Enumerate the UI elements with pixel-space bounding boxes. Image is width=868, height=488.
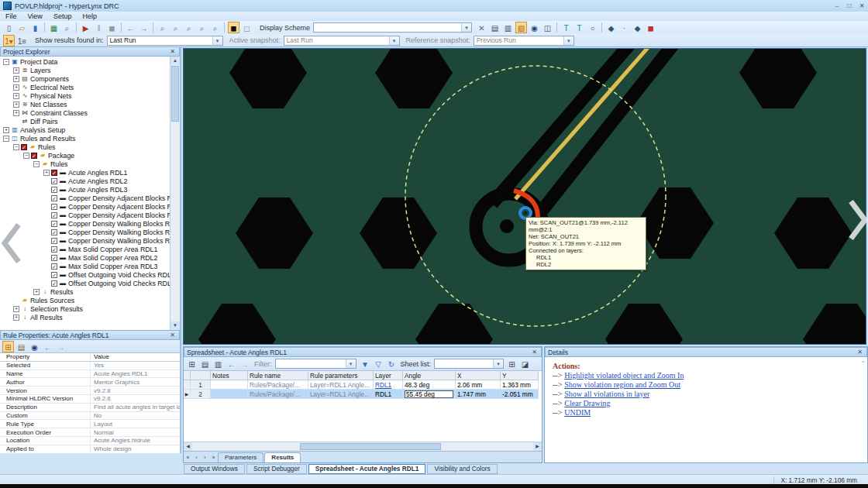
- expander-icon[interactable]: −: [3, 59, 9, 65]
- property-row[interactable]: DescriptionFind all acute angles in targ…: [0, 404, 180, 412]
- red-stop-icon[interactable]: ◼: [645, 22, 656, 33]
- filter-clear-icon[interactable]: ▽: [373, 358, 384, 369]
- back-arrow-icon[interactable]: ←: [125, 22, 136, 33]
- show-results-select[interactable]: Last Run ▾: [107, 36, 223, 46]
- layer-link[interactable]: RDL1: [375, 381, 391, 389]
- dim-mode-icon[interactable]: ◻: [241, 22, 253, 33]
- measure-icon[interactable]: ◆: [605, 22, 617, 33]
- prev-sheet-icon[interactable]: ‹: [192, 452, 201, 462]
- tree-item[interactable]: +✓▬Acute Angles RDL1: [0, 168, 180, 177]
- tree-item[interactable]: −✓▰Rules: [0, 143, 180, 151]
- info-icon[interactable]: ◉: [529, 22, 540, 33]
- tree-item[interactable]: +↓All Results: [0, 313, 180, 321]
- action-link[interactable]: Clear Drawing: [564, 399, 610, 407]
- checkbox[interactable]: ✓: [51, 238, 57, 244]
- action-link[interactable]: Highlight violated object and Zoom In: [564, 371, 684, 380]
- tree-item[interactable]: ✓▬Acute Angles RDL3: [0, 185, 180, 194]
- sheet-list-select[interactable]: ▾: [434, 359, 504, 369]
- next-sheet-icon[interactable]: ›: [201, 452, 209, 462]
- filter-select[interactable]: ▾: [275, 359, 356, 369]
- column-header[interactable]: Rule parameters: [308, 371, 374, 380]
- first-sheet-icon[interactable]: «: [184, 452, 192, 462]
- tree-item[interactable]: ✓▬Copper Density Adjacent Blocks RDL3: [0, 211, 180, 219]
- maximize-button[interactable]: □: [843, 2, 856, 11]
- angle-cell[interactable]: 55.45 deg: [403, 390, 456, 399]
- open-icon[interactable]: ▱: [16, 22, 28, 33]
- table-row[interactable]: 1Rules/Package/...Layer=RDL1 Angle...RDL…: [184, 380, 542, 390]
- info-icon[interactable]: ◉: [29, 341, 40, 352]
- notes-cell[interactable]: [211, 380, 248, 390]
- tree-item[interactable]: −✓▰Package: [0, 151, 180, 160]
- tree-item[interactable]: ✓▬Copper Density Walking Blocks RDL1: [0, 219, 180, 228]
- expander-icon[interactable]: +: [13, 314, 19, 321]
- close-icon[interactable]: ✕: [168, 48, 177, 55]
- column-header[interactable]: Layer: [374, 371, 403, 380]
- action-link[interactable]: Show all violations in layer: [564, 390, 649, 398]
- checkbox[interactable]: ✓: [51, 221, 57, 227]
- scroll-up-icon[interactable]: ▲: [170, 57, 180, 65]
- select-table-icon[interactable]: ⊞: [186, 358, 198, 369]
- expander-icon[interactable]: −: [23, 153, 29, 159]
- checkbox[interactable]: ✓: [21, 144, 27, 150]
- forward-arrow-icon[interactable]: →: [138, 22, 150, 33]
- menu-help[interactable]: Help: [77, 12, 102, 21]
- rule-name-cell[interactable]: Rules/Package/...: [248, 390, 308, 399]
- scroll-right-icon[interactable]: ▶: [533, 442, 542, 451]
- expander-icon[interactable]: +: [13, 110, 19, 116]
- expander-icon[interactable]: −: [33, 161, 40, 167]
- tree-item[interactable]: +∿Physical Nets: [0, 91, 180, 100]
- column-header[interactable]: Notes: [211, 371, 248, 380]
- results-list-icon[interactable]: 1≡: [16, 35, 28, 46]
- grid-view-icon[interactable]: ⊞: [2, 341, 14, 352]
- property-row[interactable]: SelectedYes: [0, 362, 180, 370]
- expander-icon[interactable]: +: [13, 67, 19, 74]
- expander-icon[interactable]: +: [13, 93, 19, 99]
- scroll-down-icon[interactable]: ▼: [170, 321, 180, 330]
- expander-icon[interactable]: −: [3, 136, 9, 142]
- copy-view-icon[interactable]: ▤: [489, 22, 501, 33]
- tree-item[interactable]: ✓▬Copper Density Adjacent Blocks RDL2: [0, 202, 180, 211]
- checkbox[interactable]: ✓: [51, 195, 57, 201]
- checkbox[interactable]: ✓: [51, 204, 57, 210]
- tree-item[interactable]: +▥Analysis Setup: [0, 125, 180, 134]
- tree-item[interactable]: ✓▬Max Solid Copper Area RDL1: [0, 245, 180, 253]
- layer-cell[interactable]: RDL1: [374, 390, 403, 399]
- paste-view-icon[interactable]: ▥: [502, 22, 514, 33]
- forward-arrow-disabled-icon[interactable]: →: [55, 341, 67, 352]
- next-overlay-arrow[interactable]: [848, 198, 868, 242]
- tree-item[interactable]: ✓▬Copper Density Adjacent Blocks RDL1: [0, 194, 180, 202]
- angle-edit-field[interactable]: 55.45 deg: [405, 390, 453, 398]
- menu-view[interactable]: View: [22, 12, 48, 21]
- expander-icon[interactable]: +: [43, 170, 50, 176]
- sheet-tab-parameters[interactable]: Parameters: [218, 452, 264, 462]
- checkbox[interactable]: ✓: [31, 153, 37, 159]
- notes-cell[interactable]: [211, 390, 248, 399]
- pause-icon[interactable]: ‖: [93, 22, 105, 33]
- scroll-thumb[interactable]: [171, 66, 179, 122]
- layer-cell[interactable]: RDL1: [374, 380, 403, 390]
- minimize-button[interactable]: –: [831, 2, 843, 11]
- display-scheme-select[interactable]: ▾: [313, 22, 472, 33]
- property-row[interactable]: AuthorMentor Graphics: [0, 378, 180, 387]
- title-bar[interactable]: POVLP.hldproj* - HyperLynx DRC – □ ✕: [0, 0, 868, 12]
- tree-item[interactable]: +≣Layers: [0, 66, 180, 74]
- active-snapshot-select[interactable]: Last Run ▾: [284, 36, 400, 46]
- layout-canvas[interactable]: Via: SCAN_OUT21@1.739 mm,-2.112 mm@2:1 N…: [183, 48, 866, 345]
- checkbox[interactable]: ✓: [51, 255, 57, 261]
- run-check-icon[interactable]: ▶: [80, 22, 91, 33]
- reference-snapshot-select[interactable]: Previous Run ▾: [474, 36, 574, 46]
- tree-item[interactable]: ✓▬Acute Angles RDL2: [0, 177, 180, 185]
- checkbox[interactable]: ✓: [51, 170, 57, 176]
- highlight-mode-icon[interactable]: ◼: [228, 22, 239, 33]
- property-row[interactable]: CustomNo: [0, 412, 180, 421]
- zoom-fit-icon[interactable]: ⌕: [209, 22, 221, 33]
- scroll-thumb[interactable]: [300, 443, 441, 450]
- action-link[interactable]: UNDIM: [564, 408, 591, 417]
- angle-cell[interactable]: 48.3 deg: [403, 380, 456, 390]
- checkbox[interactable]: ✓: [51, 178, 57, 184]
- tree-item[interactable]: ✓▬Max Solid Copper Area RDL3: [0, 262, 180, 270]
- save-icon[interactable]: ▮: [29, 22, 41, 33]
- copy-icon[interactable]: ▥: [212, 358, 224, 369]
- tree-item[interactable]: +⋈Constraint Classes: [0, 108, 180, 117]
- expander-icon[interactable]: +: [13, 101, 19, 108]
